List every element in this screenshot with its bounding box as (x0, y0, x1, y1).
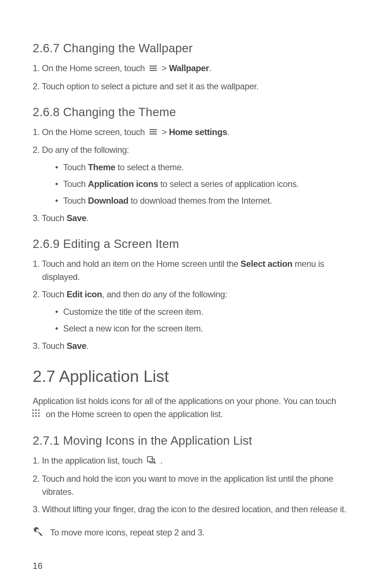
step-269-3: 3. Touch Save. (33, 339, 359, 352)
text: Touch (63, 179, 88, 189)
heading-27: 2.7 Application List (33, 367, 359, 386)
heading-269: 2.6.9 Editing a Screen Item (33, 237, 359, 251)
move-icon (147, 454, 156, 467)
bold-save: Save (66, 341, 86, 351)
text: 3. Touch (33, 213, 66, 223)
text: > (162, 63, 169, 73)
bold-app-icons: Application icons (88, 179, 158, 189)
step-269-2: 2. Touch Edit icon, and then do any of t… (33, 288, 359, 301)
svg-rect-11 (38, 412, 40, 414)
note-row: To move more icons, repeat step 2 and 3. (33, 526, 359, 539)
app-grid-icon (32, 408, 40, 421)
svg-rect-12 (32, 415, 34, 417)
step-268-2: 2. Do any of the following: (33, 143, 359, 156)
step-267-1: 1. On the Home screen, touch > Wallpaper… (33, 62, 359, 76)
text: , and then do any of the following: (102, 289, 227, 299)
note-text: To move more icons, repeat step 2 and 3. (50, 526, 205, 539)
text: 3. Touch (33, 341, 66, 351)
bullet-268-0: Touch Theme to select a theme. (53, 161, 359, 174)
text: . (160, 456, 163, 465)
svg-rect-8 (38, 409, 40, 411)
bullet-268-2: Touch Download to download themes from t… (53, 194, 359, 207)
text: to download themes from the Internet. (128, 196, 272, 205)
text: vibrates. (42, 485, 359, 498)
step-271-1: 1. In the application list, touch . (33, 454, 359, 468)
text: 2. Touch (33, 289, 66, 299)
heading-268: 2.6.8 Changing the Theme (33, 105, 359, 119)
note-icon (33, 526, 44, 539)
svg-rect-14 (38, 415, 40, 417)
svg-rect-6 (32, 409, 34, 411)
bullet-269-1: Select a new icon for the screen item. (53, 322, 359, 335)
bold-save: Save (66, 213, 86, 223)
text: . (209, 63, 211, 73)
step-267-2: 2. Touch option to select a picture and … (33, 80, 359, 93)
heading-271: 2.7.1 Moving Icons in the Application Li… (33, 434, 359, 448)
page-number: 16 (33, 561, 359, 571)
bullet-269-0: Customize the title of the screen item. (53, 305, 359, 318)
step-271-3: 3. Without lifting your finger, drag the… (33, 503, 359, 516)
bold-home-settings: Home settings (169, 127, 227, 137)
step-268-1: 1. On the Home screen, touch > Home sett… (33, 126, 359, 139)
svg-rect-7 (35, 409, 37, 411)
text: on the Home screen to open the applicati… (46, 409, 223, 419)
bold-edit-icon: Edit icon (66, 289, 102, 299)
manual-page: 2.6.7 Changing the Wallpaper 1. On the H… (0, 0, 392, 587)
text: to select a series of application icons. (158, 179, 299, 189)
text: menu is (292, 259, 324, 269)
bold-download: Download (88, 196, 128, 205)
text: . (86, 341, 89, 351)
bold-wallpaper: Wallpaper (169, 63, 209, 73)
text: 1. On the Home screen, touch (33, 63, 147, 73)
text: 2. Touch and hold the icon you want to m… (33, 474, 333, 484)
menu-icon (149, 125, 157, 138)
text: > (162, 127, 169, 137)
svg-rect-10 (35, 412, 37, 414)
svg-rect-13 (35, 415, 37, 417)
text: Touch (63, 196, 88, 205)
step-269-1: 1. Touch and hold an item on the Home sc… (33, 257, 359, 284)
step-271-2: 2. Touch and hold the icon you want to m… (33, 472, 359, 498)
text: 1. In the application list, touch (33, 456, 145, 465)
text: 1. On the Home screen, touch (33, 127, 147, 137)
text: 1. Touch and hold an item on the Home sc… (33, 259, 241, 269)
text: to select a theme. (115, 162, 184, 172)
svg-rect-9 (32, 412, 34, 414)
heading-267: 2.6.7 Changing the Wallpaper (33, 41, 359, 55)
bold-select-action: Select action (241, 259, 293, 269)
text: . (86, 213, 89, 223)
text: Application list holds icons for all of … (33, 396, 336, 406)
text: Touch (63, 162, 88, 172)
text: displayed. (42, 270, 359, 284)
menu-icon (149, 62, 157, 75)
bold-theme: Theme (88, 162, 115, 172)
step-268-3: 3. Touch Save. (33, 212, 359, 225)
bullet-268-1: Touch Application icons to select a seri… (53, 178, 359, 191)
para-27: Application list holds icons for all of … (33, 395, 359, 421)
svg-point-18 (36, 529, 39, 531)
text: . (227, 127, 229, 137)
